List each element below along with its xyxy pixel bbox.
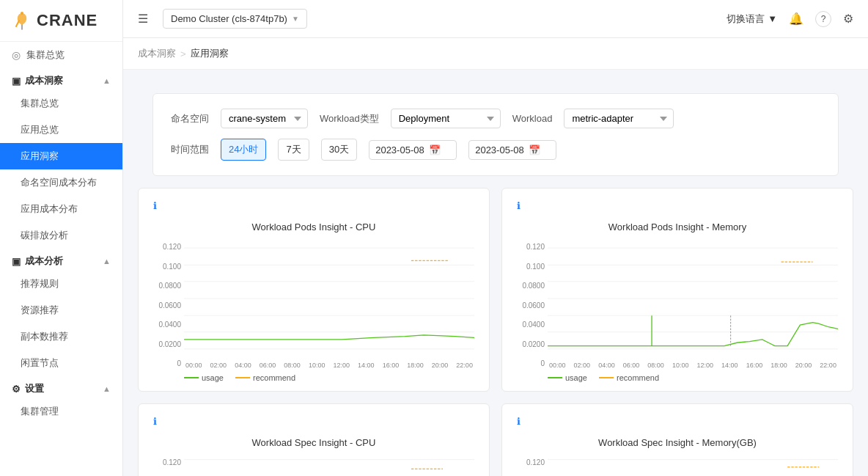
settings-icon[interactable]: ⚙ [843,12,853,26]
help-icon[interactable]: ? [815,11,831,27]
sidebar: CRANE ◎ 集群总览 ▣ 成本洞察 ▲ 集群总览 应用总览 应用洞察 命名空… [0,0,123,476]
memory-spec-info-icon: ℹ [517,416,521,427]
namespace-select[interactable]: crane-system [221,109,308,128]
breadcrumb: 成本洞察 > 应用洞察 [123,38,868,70]
sidebar-item-carbon[interactable]: 碳排放分析 [0,222,122,249]
filter-row-2: 时间范围 24小时 7天 30天 2023-05-08 📅 2023-05-08… [171,139,820,161]
memory-pods-chart-right: 00:00 02:00 04:00 06:00 08:00 10:00 12:0… [548,240,838,382]
sidebar-item-replica-recommend[interactable]: 副本数推荐 [0,323,122,350]
btn-24h[interactable]: 24小时 [221,139,266,161]
sidebar-item-resource-recommend[interactable]: 资源推荐 [0,297,122,323]
legend-usage: usage [184,373,224,382]
sidebar-item-recommend-rules[interactable]: 推荐规则 [0,271,122,297]
date-start-value: 2023-05-08 [375,144,424,155]
settings-arrow: ▲ [103,384,111,393]
mem-legend-recommend: recommend [599,373,659,382]
breadcrumb-current: 应用洞察 [191,47,229,60]
cpu-pods-chart-right: 00:00 02:00 04:00 06:00 08:00 10:00 12:0… [184,240,474,382]
memory-spec-chart-right [548,455,838,476]
cost-insight-label: ▣ 成本洞察 [12,74,63,87]
mem-recommend-line [599,377,614,378]
mem-usage-line [548,377,562,378]
memory-spec-y-axis: 0.120 0.100 [517,455,545,476]
settings-section-icon: ⚙ [12,384,21,395]
memory-spec-chart-container: 0.120 0.100 [517,455,838,476]
topbar-right: 切换语言 ▼ 🔔 ? ⚙ [727,11,853,27]
bell-icon[interactable]: 🔔 [789,12,803,26]
cluster-selector[interactable]: Demo Cluster (cls-874tp7b) ▼ [163,9,307,29]
chart-row-1: ℹ Workload Pods Insight - CPU 0.120 0.10… [138,188,853,392]
sidebar-item-app-cost[interactable]: 应用成本分布 [0,196,122,222]
sidebar-item-cluster-manage[interactable]: 集群管理 [0,398,122,425]
workload-type-label: Workload类型 [320,112,379,125]
memory-pods-chart-card: ℹ Workload Pods Insight - Memory 0.120 0… [501,188,853,392]
cost-analysis-arrow: ▲ [103,257,111,266]
settings-subitems: 集群管理 [0,398,122,425]
cluster-icon: ◎ [12,49,21,61]
lang-switch[interactable]: 切换语言 ▼ [727,12,777,26]
cluster-name: Demo Cluster (cls-874tp7b) [171,13,287,24]
cpu-pods-svg [184,240,474,357]
cpu-pods-y-axis: 0.120 0.100 0.0800 0.0600 0.0400 0.0200 … [153,240,181,382]
cost-analysis-subitems: 推荐规则 资源推荐 副本数推荐 闲置节点 [0,271,122,376]
usage-line [184,377,199,378]
filters-area: 命名空间 crane-system Workload类型 Deployment … [123,70,868,176]
filters-card: 命名空间 crane-system Workload类型 Deployment … [152,93,839,176]
cost-insight-subitems: 集群总览 应用总览 应用洞察 命名空间成本分布 应用成本分布 碳排放分析 [0,90,122,249]
cpu-spec-info-icon: ℹ [153,416,157,427]
memory-spec-chart-card: ℹ Workload Spec Insight - Memory(GB) 0.1… [501,403,853,476]
memory-pods-svg [548,240,838,357]
date-end-input[interactable]: 2023-05-08 📅 [468,140,556,160]
workload-select[interactable]: metric-adapter [564,109,674,128]
menu-icon[interactable]: ☰ [138,12,148,26]
cpu-spec-y-axis: 0.120 0.100 [153,455,181,476]
main-content: ☰ Demo Cluster (cls-874tp7b) ▼ 切换语言 ▼ 🔔 … [123,0,868,476]
memory-spec-chart-title: Workload Spec Insight - Memory(GB) [517,437,838,448]
lang-dropdown-arrow: ▼ [768,13,777,24]
sidebar-section-settings[interactable]: ⚙ 设置 ▲ [0,376,122,398]
sidebar-item-app-overview[interactable]: 应用总览 [0,117,122,143]
cost-insight-icon: ▣ [12,76,21,87]
cpu-spec-chart-title: Workload Spec Insight - CPU [153,437,474,448]
filter-row-1: 命名空间 crane-system Workload类型 Deployment … [171,109,820,128]
btn-30d[interactable]: 30天 [321,139,357,161]
memory-spec-svg [548,455,838,476]
sidebar-section-cost-analysis[interactable]: ▣ 成本分析 ▲ [0,249,122,271]
logo-area: CRANE [0,0,122,42]
calendar-start-icon: 📅 [429,144,441,155]
sidebar-section-cost-insight[interactable]: ▣ 成本洞察 ▲ [0,68,122,90]
crane-logo-icon [12,10,32,31]
sidebar-overview-label: 集群总览 [26,48,65,62]
date-start-input[interactable]: 2023-05-08 📅 [369,140,457,160]
cluster-dropdown-arrow: ▼ [292,15,299,23]
cpu-spec-chart-card: ℹ Workload Spec Insight - CPU 0.120 0.10… [138,403,490,476]
calendar-end-icon: 📅 [529,144,540,155]
time-range-label: 时间范围 [171,143,209,156]
breadcrumb-parent[interactable]: 成本洞察 [138,47,176,60]
cpu-spec-chart-right [184,455,474,476]
topbar: ☰ Demo Cluster (cls-874tp7b) ▼ 切换语言 ▼ 🔔 … [123,0,868,38]
cpu-pods-chart-card: ℹ Workload Pods Insight - CPU 0.120 0.10… [138,188,490,392]
cpu-pods-legend: usage recommend [184,373,474,382]
sidebar-item-app-insight[interactable]: 应用洞察 [0,143,122,169]
cpu-pods-x-axis: 00:00 02:00 04:00 06:00 08:00 10:00 12:0… [184,362,474,369]
cpu-spec-svg [184,455,474,476]
sidebar-item-cluster-overview[interactable]: 集群总览 [0,90,122,117]
cpu-pods-chart-title: Workload Pods Insight - CPU [153,221,474,232]
breadcrumb-separator: > [180,48,186,59]
sidebar-item-namespace-cost[interactable]: 命名空间成本分布 [0,169,122,196]
mem-legend-usage: usage [548,373,587,382]
sidebar-item-idle-nodes[interactable]: 闲置节点 [0,350,122,376]
app-name: CRANE [37,11,98,30]
sidebar-item-cluster-overview-top[interactable]: ◎ 集群总览 [0,42,122,68]
memory-pods-chart-container: 0.120 0.100 0.0800 0.0600 0.0400 0.0200 … [517,240,838,382]
btn-7d[interactable]: 7天 [278,139,309,161]
namespace-label: 命名空间 [171,112,209,125]
recommend-line [235,377,250,378]
chart-row-2: ℹ Workload Spec Insight - CPU 0.120 0.10… [138,403,853,476]
workload-label: Workload [512,113,553,124]
cpu-spec-chart-container: 0.120 0.100 [153,455,474,476]
workload-type-select[interactable]: Deployment [391,109,501,128]
cpu-pods-chart-container: 0.120 0.100 0.0800 0.0600 0.0400 0.0200 … [153,240,474,382]
cost-analysis-icon: ▣ [12,256,21,267]
